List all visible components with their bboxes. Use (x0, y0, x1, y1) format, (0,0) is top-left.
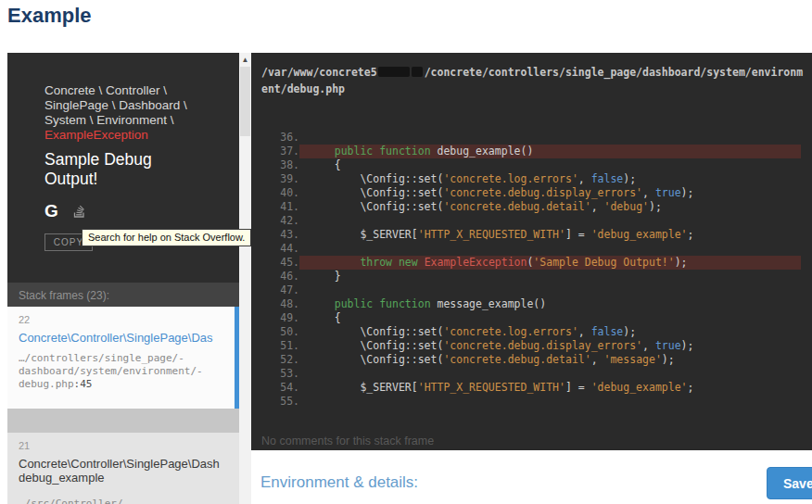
stackoverflow-icon[interactable] (71, 204, 86, 219)
redacted-text (412, 67, 423, 77)
sidebar-scrollbar[interactable]: ▲ (239, 53, 251, 504)
code-text: \Config::set('concrete.debug.detail', 'm… (299, 353, 801, 367)
code-text: { (299, 158, 801, 172)
details-section: Environment & details: Save (251, 450, 812, 504)
code-token: \Config::set( (309, 186, 443, 199)
code-text: \Config::set('concrete.log.errors', fals… (299, 172, 801, 186)
code-token: , (642, 339, 655, 352)
code-text (299, 367, 801, 381)
code-token: ); (675, 256, 688, 269)
line-number: 43. (266, 228, 299, 242)
code-token: ); (662, 353, 675, 366)
search-icons-row: G (44, 201, 239, 221)
frame-code-column: /var/www/concrete5/concrete/controllers/… (251, 53, 812, 504)
line-number: 45. (266, 256, 299, 270)
code-token: $_SERVER[ (309, 381, 418, 394)
code-token: public function (335, 297, 431, 310)
line-number: 47. (266, 284, 299, 297)
exception-class: ExampleException (44, 128, 239, 143)
scrollbar-thumb[interactable] (240, 67, 250, 136)
frame-number: 21 (19, 440, 230, 451)
code-line: 44. (266, 242, 801, 256)
scroll-up-arrow-icon[interactable]: ▲ (239, 53, 251, 67)
line-number: 41. (266, 200, 299, 214)
code-token: debug_example() (431, 145, 534, 158)
code-token: ); (681, 186, 694, 199)
frame-path: …/controllers/single_page/- dashboard/sy… (19, 352, 225, 391)
code-token: 'concrete.log.errors' (443, 325, 577, 338)
code-line: 47. (266, 284, 801, 297)
code-token: 'concrete.debug.detail' (443, 353, 590, 366)
code-token: { (309, 158, 341, 171)
file-path-prefix: /var/www/concrete5 (261, 66, 377, 79)
stack-frame[interactable]: 22Concrete\Controller\SinglePage\Das…/co… (7, 307, 239, 409)
code-token: $_SERVER[ (309, 228, 418, 241)
code-token: 'HTTP_X_REQUESTED_WITH' (418, 228, 565, 241)
code-line: 43. $_SERVER['HTTP_X_REQUESTED_WITH'] = … (266, 228, 801, 242)
line-number: 46. (266, 270, 299, 284)
stackoverflow-tooltip: Search for help on Stack Overflow. (82, 229, 251, 246)
code-line: 41. \Config::set('concrete.debug.detail'… (266, 200, 801, 214)
whoops-screenshot: Concrete \ Controller \ SinglePage \ Das… (7, 53, 812, 504)
environment-details-heading: Environment & details: (260, 473, 418, 492)
code-token: true (655, 339, 681, 352)
code-token: 'debug_example' (591, 381, 688, 394)
frame-comments: No comments for this stack frame (261, 435, 434, 447)
code-text: \Config::set('concrete.debug.display_err… (299, 339, 801, 353)
code-token: ] = (565, 228, 591, 241)
line-number: 40. (266, 186, 299, 200)
code-text (299, 242, 801, 256)
line-number: 48. (266, 297, 299, 311)
code-token: \Config::set( (309, 353, 443, 366)
save-button[interactable]: Save (767, 467, 812, 499)
code-line: 53. (266, 367, 801, 381)
code-token: \Config::set( (309, 200, 443, 213)
code-token (309, 297, 335, 310)
code-token: , (578, 172, 591, 185)
code-token: \Config::set( (309, 325, 443, 338)
code-text: public function message_example() (299, 297, 801, 311)
code-text: throw new ExampleException('Sample Debug… (299, 256, 801, 270)
code-token: 'debug' (604, 200, 649, 213)
code-token (309, 256, 360, 269)
code-token: , (642, 186, 655, 199)
line-number: 54. (266, 381, 299, 395)
code-token: 'concrete.log.errors' (443, 172, 577, 185)
code-token: ); (681, 339, 694, 352)
code-block: 36.37. public function debug_example()38… (266, 131, 801, 409)
code-line: 46. } (266, 270, 801, 284)
line-number: 36. (266, 131, 299, 145)
code-token: public function (335, 145, 431, 158)
code-token: false (591, 172, 624, 185)
code-text: } (299, 270, 801, 284)
frame-line-number: :45 (74, 378, 93, 390)
code-token: ); (649, 200, 662, 213)
line-number: 53. (266, 367, 299, 381)
line-number: 44. (266, 242, 299, 256)
code-text: { (299, 311, 801, 325)
frame-method: debug_example (19, 471, 230, 485)
line-number: 52. (266, 353, 299, 367)
code-token: \Config::set( (309, 339, 443, 352)
stack-frame[interactable]: 21Concrete\Controller\SinglePage\Dashdeb… (7, 433, 239, 504)
line-number: 39. (266, 172, 299, 186)
code-line: 37. public function debug_example() (266, 145, 801, 158)
google-search-icon[interactable]: G (44, 201, 58, 221)
stack-frames-list: 22Concrete\Controller\SinglePage\Das…/co… (7, 307, 239, 504)
frame-class: Concrete\Controller\SinglePage\Dash (19, 457, 230, 471)
code-text (299, 284, 801, 297)
code-token: ExampleException (425, 256, 527, 269)
code-token: 'Sample Debug Output!' (533, 256, 674, 269)
code-line: 49. { (266, 311, 801, 325)
code-token: message_example() (431, 297, 547, 310)
code-token: ); (623, 325, 636, 338)
frame-number: 22 (19, 314, 225, 325)
code-panel: /var/www/concrete5/concrete/controllers/… (251, 53, 812, 450)
code-token: 'concrete.debug.display_errors' (443, 186, 642, 199)
code-token: ; (688, 381, 694, 394)
code-token: 'concrete.debug.detail' (443, 200, 590, 213)
line-number: 49. (266, 311, 299, 325)
code-text: $_SERVER['HTTP_X_REQUESTED_WITH'] = 'deb… (299, 381, 801, 395)
code-token: false (591, 325, 624, 338)
code-text (299, 214, 801, 228)
